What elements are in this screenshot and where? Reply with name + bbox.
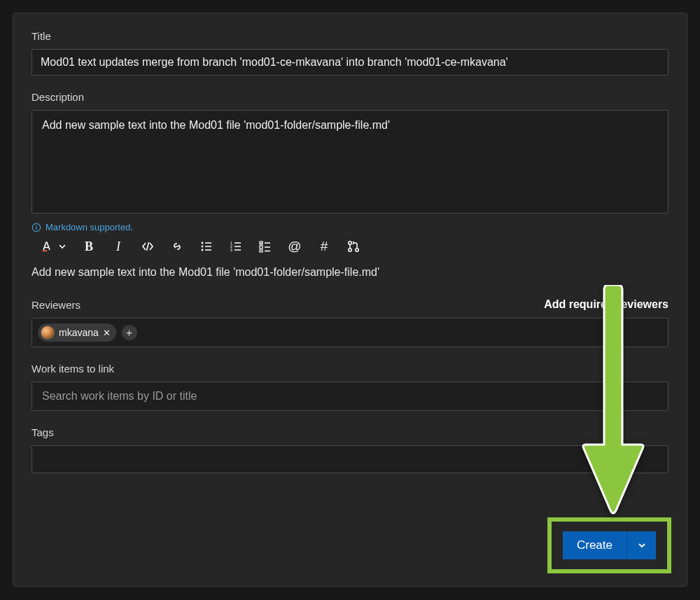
reviewers-section: Reviewers Add required reviewers mkavana… [31, 298, 668, 347]
work-items-section: Work items to link [31, 363, 668, 411]
svg-text:3: 3 [230, 248, 232, 252]
bold-button[interactable]: B [82, 239, 96, 253]
chevron-down-icon[interactable] [58, 239, 66, 253]
create-dropdown-button[interactable] [626, 531, 656, 559]
checklist-button[interactable] [258, 239, 272, 253]
tags-input[interactable] [31, 445, 668, 473]
markdown-hint-link[interactable]: Markdown supported. [31, 222, 133, 232]
work-items-input[interactable] [31, 382, 668, 411]
title-input[interactable] [31, 49, 668, 76]
reviewers-input[interactable]: mkavana ✕ ＋ [31, 318, 668, 347]
pull-request-button[interactable] [346, 239, 360, 253]
title-label: Title [31, 30, 668, 42]
tags-section: Tags [31, 426, 668, 473]
svg-rect-2 [36, 225, 36, 225]
add-reviewer-button[interactable]: ＋ [122, 325, 137, 340]
svg-point-12 [349, 242, 351, 244]
mention-button[interactable]: @ [288, 239, 302, 253]
bullet-list-button[interactable] [200, 239, 214, 253]
code-button[interactable] [141, 239, 155, 253]
text-style-button[interactable] [40, 239, 54, 253]
svg-point-3 [202, 242, 204, 244]
tags-label: Tags [31, 426, 668, 438]
footer-actions: Create [547, 517, 671, 573]
create-pull-request-panel: Title Description Markdown supported. B … [13, 13, 687, 587]
add-required-reviewers-link[interactable]: Add required reviewers [544, 298, 668, 311]
description-textarea[interactable] [31, 110, 668, 214]
chevron-down-icon [637, 540, 647, 550]
reviewers-label: Reviewers [31, 299, 80, 311]
info-icon [31, 223, 41, 232]
svg-rect-1 [36, 226, 36, 229]
reviewer-chip: mkavana ✕ [38, 323, 116, 342]
description-preview: Add new sample text into the Mod01 file … [31, 266, 668, 279]
create-button[interactable]: Create [563, 531, 626, 559]
svg-point-13 [349, 249, 351, 251]
link-button[interactable] [170, 239, 184, 253]
formatting-toolbar: B I 123 @ # [31, 239, 668, 253]
title-section: Title [31, 30, 668, 76]
italic-button[interactable]: I [111, 239, 125, 253]
avatar [41, 326, 55, 340]
description-section: Description Markdown supported. B I [31, 91, 668, 279]
annotation-highlight-box: Create [547, 517, 671, 573]
remove-reviewer-icon[interactable]: ✕ [103, 328, 111, 338]
work-items-label: Work items to link [31, 363, 668, 375]
reviewer-name: mkavana [59, 327, 99, 338]
svg-point-5 [202, 249, 204, 251]
hash-button[interactable]: # [317, 239, 331, 253]
svg-point-4 [202, 246, 204, 248]
svg-rect-10 [260, 246, 262, 249]
markdown-hint-text: Markdown supported. [46, 222, 133, 232]
numbered-list-button[interactable]: 123 [229, 239, 243, 253]
svg-rect-11 [260, 250, 262, 252]
description-label: Description [31, 91, 668, 103]
svg-point-14 [356, 249, 358, 251]
